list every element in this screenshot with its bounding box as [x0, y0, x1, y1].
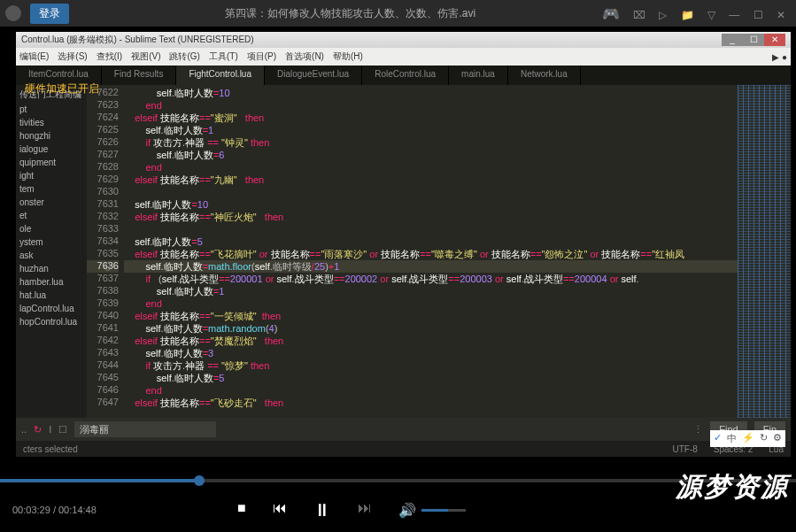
minimize-icon[interactable]: — — [729, 9, 739, 21]
sublime-titlebar: Control.lua (服务端模拟) - Sublime Text (UNRE… — [16, 32, 791, 48]
progress-bar[interactable] — [0, 479, 796, 482]
sublime-window: Control.lua (服务端模拟) - Sublime Text (UNRE… — [16, 32, 791, 457]
file-tab[interactable]: DialogueEvent.lua — [265, 66, 362, 85]
menu-item[interactable]: 查找(I) — [97, 50, 122, 63]
ime-overlay[interactable]: ✓中⚡↻⚙ — [710, 430, 785, 447]
sidebar-item[interactable]: hopControl.lua — [19, 315, 83, 328]
record-play-icon[interactable]: ▶ ● — [772, 52, 787, 62]
find-word-icon[interactable]: ☐ — [58, 424, 67, 436]
sidebar-item[interactable]: ight — [19, 169, 83, 182]
settings-icon[interactable]: ▽ — [707, 9, 715, 21]
sidebar-item[interactable]: ialogue — [19, 143, 83, 156]
sidebar-folders[interactable]: 传送门工程简编pttivitieshongzhiialoguequipmenti… — [16, 85, 87, 418]
sidebar-item[interactable]: onster — [19, 196, 83, 209]
player-titlebar: 登录 第四课：如何修改人物技能攻击人数、次数、伤害.avi 🎮 ⌧ ▷ 📁 ▽ … — [0, 0, 796, 27]
maximize-icon[interactable]: ☐ — [753, 9, 763, 21]
st-minimize-icon[interactable]: _ — [722, 34, 743, 46]
menu-item[interactable]: 项目(P) — [247, 50, 276, 63]
line-gutter: 7622762376247625762676277628762976307631… — [87, 85, 124, 418]
st-maximize-icon[interactable]: ☐ — [743, 34, 764, 46]
sublime-title: Control.lua (服务端模拟) - Sublime Text (UNRE… — [21, 34, 254, 46]
code-editor[interactable]: self.临时人数=10 end elseif 技能名称=="蜜洞" then … — [124, 85, 738, 418]
player-controls: 00:03:29 / 00:14:48 ■ ⏮ ⏸ ⏭ 🔊 — [0, 488, 796, 532]
file-tab[interactable]: Network.lua — [508, 66, 581, 85]
close-icon[interactable]: ✕ — [777, 9, 785, 21]
find-input[interactable] — [74, 421, 216, 437]
sidebar-item[interactable]: ask — [19, 249, 83, 262]
menu-item[interactable]: 工具(T) — [209, 50, 238, 63]
file-tabs: ItemControl.luaFind ResultsFightControl.… — [16, 66, 791, 85]
screenshot-icon[interactable]: ⌧ — [633, 9, 645, 21]
prev-button[interactable]: ⏮ — [273, 500, 287, 520]
find-case-icon[interactable]: I — [49, 424, 51, 435]
login-button[interactable]: 登录 — [30, 4, 69, 24]
sidebar-item[interactable]: lapControl.lua — [19, 302, 83, 315]
st-close-icon[interactable]: ✕ — [764, 34, 785, 46]
find-close-icon[interactable]: .. — [21, 424, 27, 435]
titlebar-icons: 🎮 ⌧ ▷ 📁 ▽ — ☐ ✕ — [597, 5, 791, 22]
app-logo — [5, 5, 21, 21]
folder-icon[interactable]: 📁 — [681, 9, 694, 21]
menu-item[interactable]: 跳转(G) — [169, 50, 199, 63]
sidebar-item[interactable]: quipment — [19, 156, 83, 169]
stop-button[interactable]: ■ — [237, 500, 246, 520]
file-tab[interactable]: RoleControl.lua — [362, 66, 449, 85]
time-display: 00:03:29 / 00:14:48 — [12, 505, 97, 515]
file-tab[interactable]: Find Results — [102, 66, 177, 85]
open-icon[interactable]: ▷ — [659, 9, 667, 21]
file-tab[interactable]: FightControl.lua — [176, 66, 265, 85]
menu-item[interactable]: 帮助(H) — [333, 50, 363, 63]
find-more-icon[interactable]: ⋮ — [693, 424, 703, 436]
gamepad-icon[interactable]: 🎮 — [602, 6, 620, 21]
sidebar-item[interactable]: ole — [19, 222, 83, 235]
minimap[interactable] — [738, 85, 791, 418]
sidebar-item[interactable]: hat.lua — [19, 289, 83, 302]
find-refresh-icon[interactable]: ↻ — [34, 424, 42, 436]
sidebar-item[interactable]: ystem — [19, 235, 83, 249]
menu-item[interactable]: 首选项(N) — [285, 50, 324, 63]
sidebar-item[interactable]: tem — [19, 182, 83, 196]
sidebar-item[interactable]: tivities — [19, 116, 83, 129]
sidebar-item[interactable]: et — [19, 209, 83, 222]
video-title: 第四课：如何修改人物技能攻击人数、次数、伤害.avi — [104, 6, 597, 21]
status-selection: cters selected — [23, 444, 78, 454]
find-bar: .. ↻ I ☐ ⋮ Find Fin — [16, 418, 791, 441]
status-encoding[interactable]: UTF-8 — [672, 444, 697, 454]
next-button[interactable]: ⏭ — [358, 500, 372, 520]
menu-item[interactable]: 视图(V) — [131, 50, 160, 63]
menu-item[interactable]: 编辑(E) — [19, 50, 49, 63]
sidebar-item[interactable]: huzhan — [19, 262, 83, 275]
hw-accel-overlay: 硬件加速已开启 — [25, 81, 99, 96]
menu-item[interactable]: 选择(S) — [58, 50, 87, 63]
sidebar-item[interactable]: hamber.lua — [19, 275, 83, 289]
sidebar-item[interactable]: hongzhi — [19, 129, 83, 143]
file-tab[interactable]: main.lua — [449, 66, 508, 85]
sidebar-item[interactable]: pt — [19, 103, 83, 116]
volume-control[interactable]: 🔊 — [398, 500, 466, 520]
sublime-menubar: 编辑(E)选择(S)查找(I)视图(V)跳转(G)工具(T)项目(P)首选项(N… — [16, 48, 791, 66]
pause-button[interactable]: ⏸ — [313, 500, 331, 520]
status-bar: cters selected UTF-8 Spaces: 2 Lua — [16, 441, 791, 457]
